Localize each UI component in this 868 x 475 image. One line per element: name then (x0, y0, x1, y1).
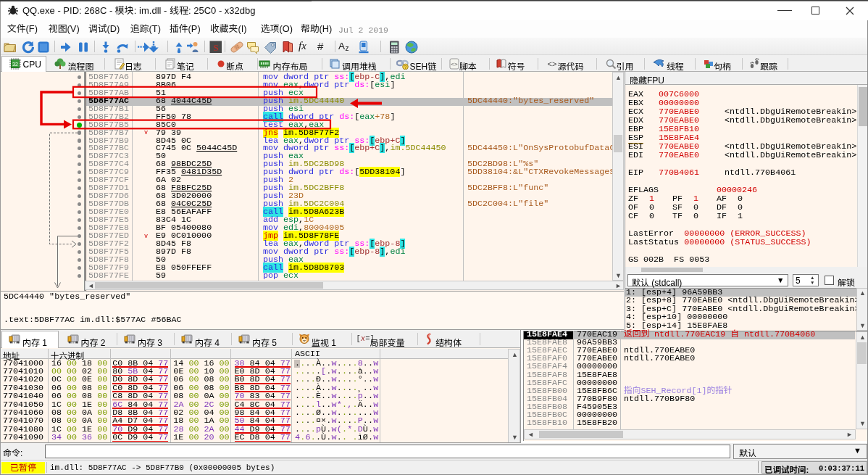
svg-text:32: 32 (12, 62, 18, 67)
svg-text:<>: <> (451, 61, 458, 67)
svg-text:?: ? (404, 65, 407, 70)
svg-text:z: z (346, 44, 349, 52)
svg-text:fx: fx (299, 40, 306, 51)
svg-text:S: S (213, 42, 218, 53)
svg-text:#: # (317, 40, 324, 52)
svg-text:A: A (338, 41, 345, 51)
svg-text:<>: <> (548, 59, 557, 68)
